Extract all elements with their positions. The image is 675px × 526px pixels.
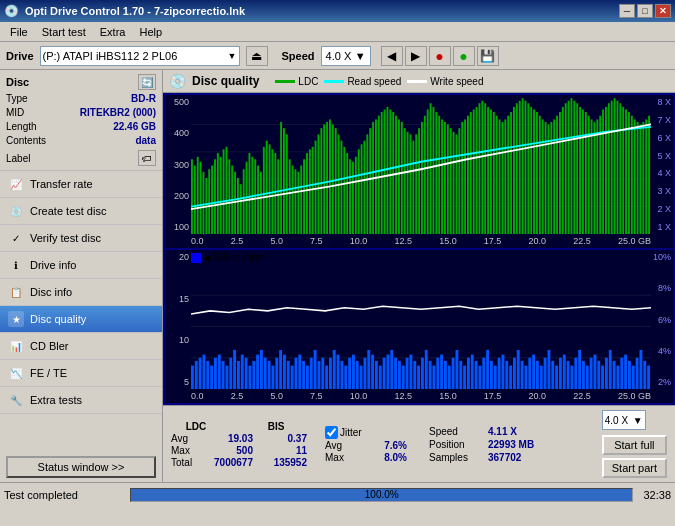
status-window-button[interactable]: Status window >> bbox=[6, 456, 156, 478]
svg-rect-244 bbox=[486, 350, 489, 389]
svg-rect-223 bbox=[406, 358, 409, 389]
svg-rect-113 bbox=[504, 119, 506, 234]
svg-rect-79 bbox=[407, 132, 409, 234]
nav-buttons: 📈Transfer rate💿Create test disc✓Verify t… bbox=[0, 171, 162, 452]
cd-bler-icon: 📊 bbox=[8, 338, 24, 354]
menu-help[interactable]: Help bbox=[133, 24, 168, 40]
sidebar-item-fe-te[interactable]: 📉FE / TE bbox=[0, 360, 162, 387]
speed-prev-button[interactable]: ◀ bbox=[381, 46, 403, 66]
svg-rect-139 bbox=[579, 107, 581, 234]
samples-value: 367702 bbox=[488, 452, 521, 463]
svg-rect-178 bbox=[233, 350, 236, 389]
bis-jitter-legend: ■ BIS □ Jitter bbox=[191, 252, 651, 263]
svg-rect-204 bbox=[333, 350, 336, 389]
start-full-button[interactable]: Start full bbox=[602, 435, 667, 455]
read-color-indicator bbox=[324, 80, 344, 83]
drive-info-icon: ℹ bbox=[8, 257, 24, 273]
svg-rect-281 bbox=[628, 361, 631, 389]
speed-select[interactable]: 4.0 X ▼ bbox=[321, 46, 371, 66]
jitter-avg-label: Avg bbox=[325, 440, 353, 451]
upper-x-label: 7.5 bbox=[310, 236, 323, 246]
svg-rect-203 bbox=[329, 358, 332, 389]
drive-select[interactable]: (P:) ATAPI iHBS112 2 PL06 ▼ bbox=[40, 46, 240, 66]
progress-text: 100.0% bbox=[131, 489, 632, 501]
upper-chart-svg-wrapper bbox=[191, 97, 651, 234]
jitter-stats: Jitter Avg 7.6% Max 8.0% bbox=[325, 426, 407, 463]
jitter-checkbox-row[interactable]: Jitter bbox=[325, 426, 407, 439]
mid-label: MID bbox=[6, 106, 24, 120]
sidebar-item-cd-bler[interactable]: 📊CD Bler bbox=[0, 333, 162, 360]
svg-rect-183 bbox=[252, 361, 255, 389]
svg-rect-111 bbox=[499, 119, 501, 234]
lower-y-right-label: 4% bbox=[653, 346, 671, 356]
svg-rect-30 bbox=[266, 141, 268, 234]
lower-x-label: 2.5 bbox=[231, 391, 244, 401]
svg-rect-225 bbox=[413, 361, 416, 389]
svg-rect-260 bbox=[548, 350, 551, 389]
position-row: Position 22993 MB bbox=[429, 439, 534, 450]
svg-rect-272 bbox=[594, 355, 597, 389]
save-button[interactable]: 💾 bbox=[477, 46, 499, 66]
sidebar-item-transfer-rate[interactable]: 📈Transfer rate bbox=[0, 171, 162, 198]
menu-start-test[interactable]: Start test bbox=[36, 24, 92, 40]
lower-x-label: 20.0 bbox=[529, 391, 547, 401]
disc-action2-button[interactable]: ● bbox=[453, 46, 475, 66]
svg-rect-35 bbox=[280, 122, 282, 234]
sidebar-item-disc-quality[interactable]: ★Disc quality bbox=[0, 306, 162, 333]
svg-rect-157 bbox=[631, 116, 633, 234]
jitter-max: 8.0% bbox=[357, 452, 407, 463]
jitter-avg-row: Avg 7.6% bbox=[325, 440, 407, 451]
svg-rect-117 bbox=[516, 103, 518, 234]
svg-rect-237 bbox=[459, 361, 462, 389]
drive-label: Drive bbox=[6, 50, 34, 62]
svg-rect-42 bbox=[300, 166, 302, 235]
bis-total: 135952 bbox=[257, 457, 307, 468]
svg-rect-264 bbox=[563, 355, 566, 389]
svg-rect-253 bbox=[521, 361, 524, 389]
jitter-max-row: Max 8.0% bbox=[325, 452, 407, 463]
sidebar-item-extra-tests[interactable]: 🔧Extra tests bbox=[0, 387, 162, 414]
svg-rect-208 bbox=[348, 358, 351, 389]
svg-rect-196 bbox=[302, 361, 305, 389]
bis-avg: 0.37 bbox=[257, 433, 307, 444]
svg-rect-219 bbox=[390, 350, 393, 389]
disc-panel-title: Disc bbox=[6, 76, 29, 88]
svg-rect-82 bbox=[415, 134, 417, 234]
label-button[interactable]: 🏷 bbox=[138, 150, 156, 166]
svg-rect-40 bbox=[295, 169, 297, 234]
maximize-button[interactable]: □ bbox=[637, 4, 653, 18]
svg-rect-152 bbox=[617, 101, 619, 234]
svg-rect-15 bbox=[223, 149, 225, 234]
svg-rect-13 bbox=[217, 153, 219, 234]
svg-rect-169 bbox=[199, 358, 202, 389]
speed-next-button[interactable]: ▶ bbox=[405, 46, 427, 66]
sidebar-item-create-test-disc[interactable]: 💿Create test disc bbox=[0, 198, 162, 225]
svg-rect-106 bbox=[484, 103, 486, 234]
svg-rect-162 bbox=[645, 119, 647, 234]
extra-tests-icon: 🔧 bbox=[8, 392, 24, 408]
jitter-checkbox[interactable] bbox=[325, 426, 338, 439]
close-button[interactable]: ✕ bbox=[655, 4, 671, 18]
start-part-button[interactable]: Start part bbox=[602, 458, 667, 478]
svg-rect-69 bbox=[378, 116, 380, 234]
minimize-button[interactable]: ─ bbox=[619, 4, 635, 18]
stats-speed-select[interactable]: 4.0 X ▼ bbox=[602, 410, 646, 430]
disc-action-button[interactable]: ● bbox=[429, 46, 451, 66]
disc-info-icon: 📋 bbox=[8, 284, 24, 300]
sidebar-item-drive-info[interactable]: ℹDrive info bbox=[0, 252, 162, 279]
sidebar-item-verify-test-disc[interactable]: ✓Verify test disc bbox=[0, 225, 162, 252]
svg-rect-7 bbox=[200, 162, 202, 234]
drive-eject-button[interactable]: ⏏ bbox=[246, 46, 268, 66]
menu-file[interactable]: File bbox=[4, 24, 34, 40]
svg-rect-78 bbox=[404, 128, 406, 234]
title-bar-buttons: ─ □ ✕ bbox=[619, 4, 671, 18]
svg-rect-285 bbox=[643, 361, 646, 389]
fe-te-icon: 📉 bbox=[8, 365, 24, 381]
lower-y-right-label: 2% bbox=[653, 377, 671, 387]
svg-rect-254 bbox=[525, 366, 528, 389]
menu-bar: File Start test Extra Help bbox=[0, 22, 675, 42]
disc-refresh-button[interactable]: 🔄 bbox=[138, 74, 156, 90]
menu-extra[interactable]: Extra bbox=[94, 24, 132, 40]
svg-rect-286 bbox=[647, 366, 650, 389]
sidebar-item-disc-info[interactable]: 📋Disc info bbox=[0, 279, 162, 306]
